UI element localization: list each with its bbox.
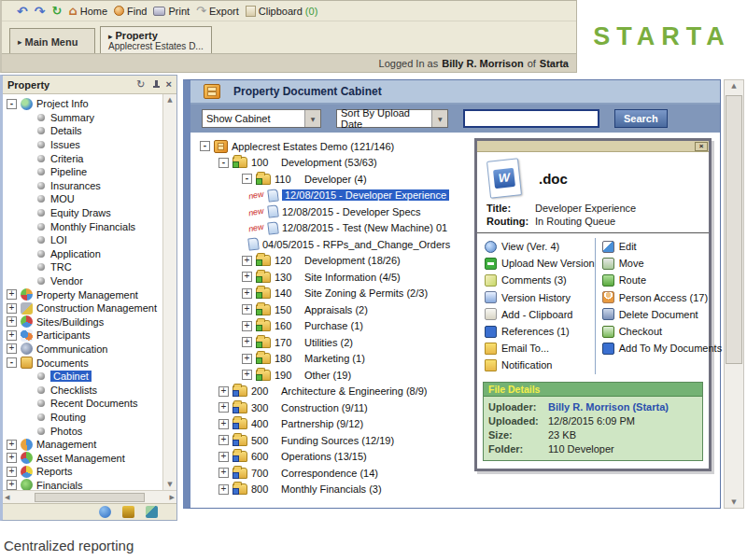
print-button[interactable]: Print — [153, 6, 190, 17]
sidebar-refresh-icon[interactable]: ↻ — [136, 79, 145, 90]
expand-toggle-icon[interactable] — [218, 158, 229, 168]
chevron-down-icon[interactable]: ▼ — [431, 110, 447, 127]
tab-property[interactable]: Property Applecrest Estates D... — [100, 26, 212, 54]
document-tree-row[interactable]: 800 Monthly Financials (3) — [190, 482, 720, 498]
expand-toggle-icon[interactable] — [7, 303, 17, 314]
expand-toggle-icon[interactable] — [242, 304, 252, 315]
expand-toggle-icon[interactable] — [218, 386, 229, 397]
sidebar-tree-item[interactable]: LOI — [4, 233, 162, 247]
sidebar-tree-item[interactable]: Issues — [4, 138, 162, 152]
expand-toggle-icon[interactable] — [7, 467, 17, 477]
scroll-right-icon[interactable]: ▶ — [170, 494, 175, 501]
sidebar-tree-item[interactable]: Summary — [4, 111, 162, 125]
popup-action[interactable]: Delete Document — [602, 306, 722, 323]
scroll-left-icon[interactable]: ◀ — [5, 494, 9, 501]
scroll-down-icon[interactable]: ▼ — [167, 481, 172, 488]
find-button[interactable]: Find — [114, 6, 147, 17]
sidebar-tree-item[interactable]: MOU — [4, 192, 162, 206]
lock-tool-icon[interactable] — [122, 506, 134, 518]
expand-toggle-icon[interactable] — [218, 419, 229, 429]
sidebar-tree-item[interactable]: Documents — [4, 356, 162, 370]
expand-toggle-icon[interactable] — [242, 288, 252, 299]
scroll-down-icon[interactable]: ▼ — [725, 498, 743, 506]
sidebar-tree-item[interactable]: Project Info — [4, 97, 162, 111]
back-icon[interactable]: ↶ — [17, 5, 28, 18]
expand-toggle-icon[interactable] — [7, 440, 17, 450]
expand-toggle-icon[interactable] — [242, 174, 252, 184]
sidebar-tree-item[interactable]: Sites/Buildings — [4, 315, 162, 329]
expand-toggle-icon[interactable] — [242, 370, 252, 380]
export-button[interactable]: ↷Export — [196, 5, 239, 17]
home-button[interactable]: ⌂Home — [68, 5, 107, 17]
expand-toggle-icon[interactable] — [218, 452, 229, 462]
expand-toggle-icon[interactable] — [218, 402, 229, 413]
popup-action[interactable]: Version History — [485, 289, 595, 306]
popup-action[interactable]: Comments (3) — [485, 272, 595, 288]
expand-toggle-icon[interactable] — [200, 141, 210, 151]
expand-toggle-icon[interactable] — [7, 357, 17, 368]
sidebar-tree-item[interactable]: Management — [4, 438, 162, 452]
popup-action[interactable]: References (1) — [485, 323, 595, 340]
sidebar-tree-item[interactable]: Checklists — [4, 383, 162, 397]
sidebar-tree-item[interactable]: Routing — [4, 411, 162, 425]
expand-toggle-icon[interactable] — [218, 435, 229, 445]
clipboard-button[interactable]: Clipboard(0) — [246, 6, 318, 17]
chevron-down-icon[interactable]: ▼ — [304, 110, 320, 127]
sidebar-tree-item[interactable]: Reports — [4, 465, 162, 479]
sidebar-tree-item[interactable]: Pipeline — [4, 165, 162, 179]
sidebar-tree-item[interactable]: Participants — [4, 329, 162, 343]
popup-action[interactable]: Person Access (17) — [602, 289, 722, 306]
expand-toggle-icon[interactable] — [218, 468, 229, 478]
sidebar-tree-item[interactable]: Vendor — [4, 274, 162, 288]
scroll-up-icon[interactable]: ▲ — [167, 96, 172, 104]
popup-close-icon[interactable]: × — [695, 142, 708, 151]
popup-action[interactable]: Move — [602, 255, 722, 272]
popup-action[interactable]: View (Ver. 4) — [485, 238, 595, 255]
scrollbar-thumb[interactable] — [726, 95, 742, 364]
tab-main-menu[interactable]: Main Menu — [9, 28, 95, 54]
sidebar-close-icon[interactable]: × — [166, 79, 172, 90]
sidebar-tree-item[interactable]: Monthly Financials — [4, 219, 162, 233]
popup-action[interactable]: Notification — [485, 357, 595, 373]
folder-tool-icon[interactable] — [146, 506, 158, 518]
sidebar-tree-item[interactable]: Equity Draws — [4, 206, 162, 220]
scrollbar-thumb[interactable] — [35, 493, 145, 502]
expand-toggle-icon[interactable] — [242, 256, 252, 266]
popup-action[interactable]: Edit — [602, 238, 722, 255]
refresh-icon[interactable]: ↻ — [51, 5, 62, 17]
popup-action[interactable]: Add - Clipboard — [485, 306, 595, 323]
expand-toggle-icon[interactable] — [218, 484, 229, 495]
sidebar-tree-item[interactable]: Details — [4, 124, 162, 138]
expand-toggle-icon[interactable] — [7, 330, 17, 341]
globe-tool-icon[interactable] — [99, 506, 111, 518]
sidebar-tree-item[interactable]: Criteria — [4, 151, 162, 165]
sidebar-vertical-scrollbar[interactable]: ▲ ▼ — [162, 94, 176, 490]
expand-toggle-icon[interactable] — [242, 354, 252, 364]
sidebar-tree-item[interactable]: Financials — [4, 479, 162, 490]
expand-toggle-icon[interactable] — [7, 343, 17, 354]
sidebar-tree-item[interactable]: TRC — [4, 260, 162, 274]
show-cabinet-dropdown[interactable]: Show Cabinet ▼ — [202, 109, 321, 128]
expand-toggle-icon[interactable] — [7, 480, 17, 490]
popup-action[interactable]: Upload New Version — [485, 255, 595, 272]
popup-action[interactable]: Route — [602, 272, 722, 288]
scroll-up-icon[interactable]: ▲ — [725, 82, 743, 90]
expand-toggle-icon[interactable] — [7, 316, 17, 327]
main-vertical-scrollbar[interactable]: ▲ ▼ — [724, 79, 744, 509]
expand-toggle-icon[interactable] — [7, 453, 17, 463]
popup-action[interactable]: Add To My Documents — [602, 340, 722, 357]
sidebar-tree-item[interactable]: Photos — [4, 424, 162, 438]
sidebar-tree-item[interactable]: Application — [4, 247, 162, 261]
forward-icon[interactable]: ↷ — [35, 5, 46, 18]
search-input[interactable] — [463, 109, 599, 128]
popup-action[interactable]: Checkout — [602, 323, 722, 340]
sidebar-tree-item[interactable]: Insurances — [4, 179, 162, 193]
sidebar-tree-item[interactable]: Cabinet — [4, 370, 162, 384]
expand-toggle-icon[interactable] — [242, 337, 252, 347]
search-button[interactable]: Search — [614, 109, 668, 128]
sidebar-pin-icon[interactable] — [153, 80, 160, 89]
expand-toggle-icon[interactable] — [7, 99, 17, 109]
sidebar-tree-item[interactable]: Property Management — [4, 287, 162, 301]
sidebar-tree-item[interactable]: Communication — [4, 343, 162, 357]
sidebar-tree-item[interactable]: Construction Management — [4, 301, 162, 315]
